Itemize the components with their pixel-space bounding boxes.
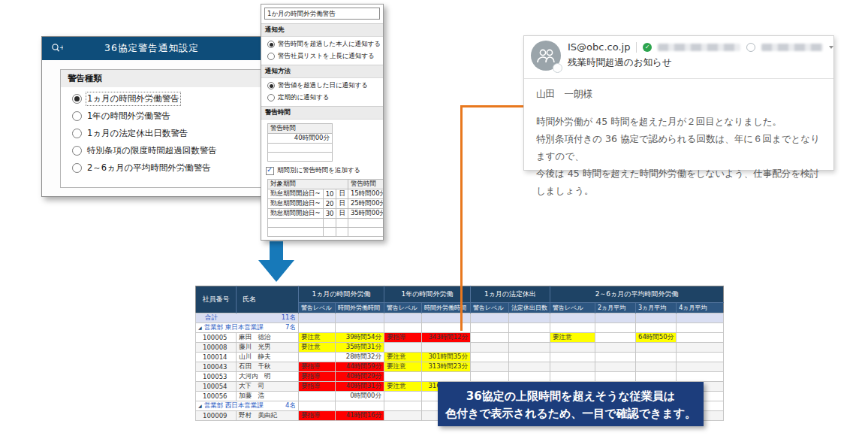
period-num-cell[interactable]: 30 bbox=[323, 209, 336, 219]
level-cell[interactable]: 要注意 bbox=[299, 333, 336, 343]
period-time-cell[interactable]: 35時間00分 bbox=[348, 209, 384, 219]
time-cell[interactable]: 28時間32分 bbox=[336, 353, 384, 362]
level-cell[interactable] bbox=[550, 362, 595, 372]
time-cell[interactable]: 313時間23分 bbox=[422, 362, 471, 372]
level-cell[interactable] bbox=[550, 343, 595, 353]
time-cell[interactable]: 39時間54分 bbox=[336, 333, 384, 343]
time-cell[interactable] bbox=[677, 343, 724, 353]
level-cell[interactable] bbox=[550, 372, 595, 382]
table-row-2[interactable]: 100005麻田 徳治要注意39時間54分要指導343時間12分要注意64時間5… bbox=[196, 333, 724, 343]
time-cell[interactable] bbox=[422, 343, 471, 353]
radio-icon[interactable] bbox=[72, 111, 82, 121]
time-cell[interactable] bbox=[595, 362, 636, 372]
employee-name-cell[interactable]: 藤川 光男 bbox=[237, 343, 299, 353]
time-cell[interactable] bbox=[677, 362, 724, 372]
empty-cell[interactable] bbox=[348, 219, 384, 228]
time-cell[interactable] bbox=[636, 353, 677, 362]
notify-target-option-1[interactable]: 警告社員リストを上長に通知する bbox=[267, 52, 383, 61]
time-cell[interactable] bbox=[636, 372, 677, 382]
empty-cell[interactable] bbox=[268, 153, 333, 162]
period-time-cell[interactable]: 15時間00分 bbox=[348, 189, 384, 199]
radio-icon[interactable] bbox=[267, 82, 275, 89]
employee-name-cell[interactable]: 山川 静夫 bbox=[237, 353, 299, 362]
radio-icon[interactable] bbox=[267, 94, 275, 101]
level-cell[interactable] bbox=[384, 411, 422, 421]
period-checkbox-row[interactable]: ✓ 期間別に警告時間を追加する bbox=[266, 166, 383, 175]
time-cell[interactable]: 41時間16分 bbox=[336, 411, 384, 421]
notify-method-option-1[interactable]: 定期的に通知する bbox=[267, 93, 383, 102]
email-subject[interactable]: 残業時間超過のお知らせ bbox=[568, 56, 833, 69]
warning-type-option-0[interactable]: 1ヵ月の時間外労働警告 bbox=[72, 93, 286, 104]
time-cell[interactable] bbox=[422, 372, 471, 382]
time-cell[interactable] bbox=[595, 372, 636, 382]
radio-icon[interactable] bbox=[267, 41, 275, 48]
warning-type-option-1[interactable]: 1年の時間外労働警告 bbox=[72, 111, 286, 122]
period-num-cell[interactable]: 10 bbox=[323, 189, 336, 199]
empty-cell[interactable] bbox=[268, 219, 324, 228]
warning-time-value[interactable]: 40時間00分 bbox=[268, 134, 333, 144]
time-cell[interactable]: 40時間31分 bbox=[336, 382, 384, 392]
period-num-cell[interactable]: 20 bbox=[323, 199, 336, 209]
time-cell[interactable] bbox=[509, 372, 550, 382]
warning-type-option-3[interactable]: 特別条項の限度時間超過回数警告 bbox=[72, 145, 286, 156]
level-cell[interactable] bbox=[471, 353, 509, 362]
empty-cell[interactable] bbox=[268, 228, 324, 237]
empty-cell[interactable] bbox=[323, 219, 336, 228]
level-cell[interactable] bbox=[299, 392, 336, 401]
time-cell[interactable] bbox=[677, 372, 724, 382]
employee-no-cell[interactable]: 100054 bbox=[196, 382, 237, 392]
radio-icon[interactable] bbox=[72, 163, 82, 173]
radio-icon[interactable] bbox=[72, 94, 82, 104]
employee-name-cell[interactable]: 野村 美由紀 bbox=[237, 411, 299, 421]
time-cell[interactable] bbox=[677, 333, 724, 343]
checkbox-icon[interactable]: ✓ bbox=[266, 167, 274, 175]
empty-cell[interactable] bbox=[348, 228, 384, 237]
level-cell[interactable] bbox=[471, 333, 509, 343]
period-label-cell[interactable]: 勤怠期間開始日~ bbox=[268, 199, 324, 209]
level-cell[interactable]: 要指導 bbox=[299, 382, 336, 392]
time-cell[interactable] bbox=[595, 353, 636, 362]
level-cell[interactable]: 要注意 bbox=[299, 343, 336, 353]
notify-target-option-0[interactable]: 警告時間を超過した本人に通知する bbox=[267, 40, 383, 49]
level-cell[interactable]: 要注意 bbox=[550, 333, 595, 343]
radio-icon[interactable] bbox=[72, 146, 82, 156]
table-row-5[interactable]: 100043石田 千秋要指導44時間59分要注意313時間23分 bbox=[196, 362, 724, 372]
warning-type-option-2[interactable]: 1ヵ月の法定休出日数警告 bbox=[72, 128, 286, 139]
collapse-triangle-icon[interactable]: ◢ bbox=[198, 404, 202, 408]
dropdown-caret-icon[interactable] bbox=[829, 46, 833, 49]
level-cell[interactable] bbox=[550, 353, 595, 362]
warning-type-option-4[interactable]: 2～6ヵ月の平均時間外労働警告 bbox=[72, 162, 286, 174]
time-cell[interactable]: 40時間29分 bbox=[336, 372, 384, 382]
employee-no-cell[interactable]: 100056 bbox=[196, 392, 237, 401]
time-cell[interactable]: 0時間00分 bbox=[336, 392, 384, 401]
employee-no-cell[interactable]: 100005 bbox=[196, 333, 237, 343]
level-cell[interactable]: 要指導 bbox=[299, 362, 336, 372]
time-cell[interactable] bbox=[677, 353, 724, 362]
table-row-6[interactable]: 100053大河内 明要指導40時間29分 bbox=[196, 372, 724, 382]
employee-no-cell[interactable]: 100008 bbox=[196, 343, 237, 353]
empty-cell[interactable] bbox=[268, 144, 333, 153]
level-cell[interactable] bbox=[384, 343, 422, 353]
level-cell[interactable]: 要注意 bbox=[384, 353, 422, 362]
radio-icon[interactable] bbox=[72, 129, 82, 138]
employee-name-cell[interactable]: 麻田 徳治 bbox=[237, 333, 299, 343]
level-cell[interactable] bbox=[299, 353, 336, 362]
employee-name-cell[interactable]: 大河内 明 bbox=[237, 372, 299, 382]
table-row-4[interactable]: 100014山川 静夫28時間32分要注意301時間35分 bbox=[196, 353, 724, 362]
time-cell[interactable]: 301時間35分 bbox=[422, 353, 471, 362]
panel-title-input[interactable]: 1か月の時間外労働警告 bbox=[264, 8, 380, 20]
level-cell[interactable]: 要注意 bbox=[384, 382, 422, 392]
time-cell[interactable] bbox=[509, 333, 550, 343]
time-cell[interactable] bbox=[636, 343, 677, 353]
period-label-cell[interactable]: 勤怠期間開始日~ bbox=[268, 209, 324, 219]
employee-name-cell[interactable]: 加藤 浩 bbox=[237, 392, 299, 401]
employee-no-cell[interactable]: 100014 bbox=[196, 353, 237, 362]
time-cell[interactable] bbox=[595, 343, 636, 353]
level-cell[interactable]: 要指導 bbox=[299, 372, 336, 382]
empty-cell[interactable] bbox=[336, 228, 348, 237]
employee-no-cell[interactable]: 100043 bbox=[196, 362, 237, 372]
level-cell[interactable]: 要指導 bbox=[299, 411, 336, 421]
time-cell[interactable] bbox=[509, 343, 550, 353]
employee-name-cell[interactable]: 大下 司 bbox=[237, 382, 299, 392]
time-cell[interactable]: 35時間31分 bbox=[336, 343, 384, 353]
